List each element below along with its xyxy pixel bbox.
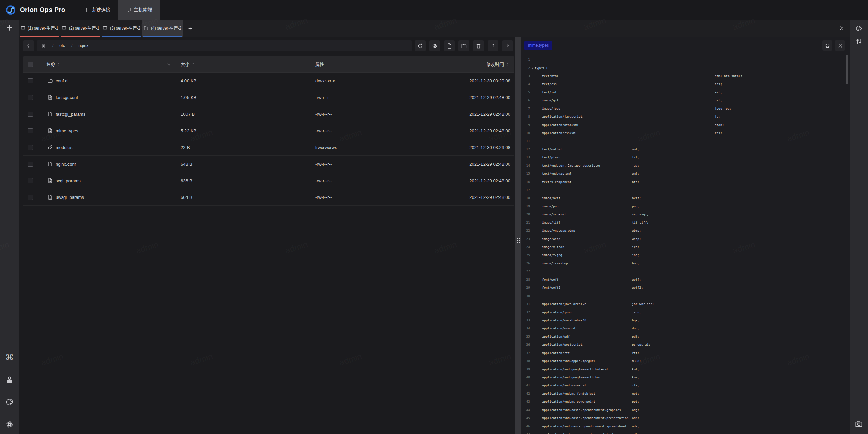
code-line: 34 application/msword doc;: [521, 324, 850, 333]
new-session-button[interactable]: [5, 24, 14, 32]
refresh-button[interactable]: [415, 40, 426, 51]
code-line: 42 application/vnd.ms-fontobject eot;: [521, 390, 850, 398]
file-row[interactable]: mime.types 5.22 KB -rw-r--r-- 2021-12-29…: [23, 122, 514, 139]
close-session-button[interactable]: [839, 20, 844, 37]
file-name[interactable]: conf.d: [56, 78, 67, 83]
code-extensions: eot;: [632, 390, 639, 398]
file-permissions: -rw-r--r--: [315, 162, 468, 167]
row-checkbox[interactable]: [28, 78, 33, 83]
fullscreen-button[interactable]: [856, 6, 863, 13]
code-line: 32 application/json json;: [521, 308, 850, 316]
code-extensions: css;: [715, 80, 722, 88]
row-checkbox[interactable]: [28, 112, 33, 117]
session-tab[interactable]: (2) server-生产-1: [60, 20, 101, 37]
file-name[interactable]: modules: [56, 145, 72, 150]
row-checkbox[interactable]: [28, 145, 33, 150]
code-line: 19 image/png png;: [521, 202, 850, 210]
toolbar-icon: [490, 43, 496, 49]
upload-button[interactable]: [488, 40, 498, 51]
code-line: 44 application/vnd.oasis.opendocument.gr…: [521, 406, 850, 414]
new-file-button[interactable]: [444, 40, 455, 51]
line-number: 34: [521, 324, 530, 333]
line-number: 31: [521, 300, 530, 308]
file-row[interactable]: conf.d 4.00 KB drwxr-xr-x 2021-12-30 03:…: [23, 73, 514, 89]
file-mtime: 2021-12-29 02:48:00: [468, 162, 514, 167]
sort-icon[interactable]: [191, 62, 195, 67]
save-button[interactable]: [822, 40, 832, 51]
select-all-checkbox[interactable]: [28, 62, 33, 67]
settings-button[interactable]: [5, 420, 14, 429]
fold-icon[interactable]: ∨: [532, 64, 533, 72]
new-folder-button[interactable]: [458, 40, 469, 51]
command-bar-button[interactable]: [855, 24, 863, 33]
file-name[interactable]: fastcgi.conf: [56, 95, 78, 100]
sort-icon[interactable]: [505, 62, 510, 67]
column-header-mtime[interactable]: 修改时间: [468, 61, 514, 68]
filter-icon[interactable]: [166, 62, 171, 67]
drive-icon[interactable]: [41, 43, 46, 49]
panel-splitter[interactable]: [515, 37, 521, 434]
line-number: 38: [521, 357, 530, 365]
code-line: 31 application/java-archive jar war ear;: [521, 300, 850, 308]
file-name[interactable]: nginx.conf: [56, 162, 76, 167]
column-header-name[interactable]: 名称: [45, 61, 181, 68]
code-text: application/vnd.google-earth.kml+xml: [535, 365, 608, 373]
row-checkbox[interactable]: [28, 128, 33, 133]
file-name[interactable]: uwsgi_params: [56, 195, 84, 200]
screenshot-button[interactable]: [855, 420, 863, 428]
editor-file-tab[interactable]: mime.types: [524, 41, 552, 50]
breadcrumb-segment-name[interactable]: etc: [59, 43, 65, 48]
delete-button[interactable]: [473, 40, 484, 51]
code-line: 41 application/vnd.ms-excel xls;: [521, 381, 850, 390]
file-size: 22 B: [181, 145, 315, 150]
plus-icon: [84, 7, 89, 13]
file-name[interactable]: mime.types: [56, 128, 78, 133]
identity-button[interactable]: [5, 376, 14, 384]
code-line: 39 application/vnd.google-earth.kml+xml …: [521, 365, 850, 373]
preview-button[interactable]: [429, 40, 440, 51]
code-text: application/vnd.oasis.opendocument.graph…: [535, 406, 621, 414]
code-extensions: png;: [632, 202, 639, 210]
download-button[interactable]: [502, 40, 513, 51]
line-number: 47: [521, 430, 530, 434]
stamp-icon: [5, 376, 14, 384]
file-row[interactable]: fastcgi_params 1007 B -rw-r--r-- 2021-12…: [23, 106, 514, 122]
session-tab[interactable]: (3) server-生产-2: [101, 20, 142, 37]
line-number: 28: [521, 276, 530, 284]
code-extensions: mml;: [632, 145, 639, 153]
code-text: image/gif: [535, 96, 558, 105]
row-checkbox[interactable]: [28, 195, 33, 200]
session-tab[interactable]: (1) server-生产-1: [19, 20, 60, 37]
file-manager-toolbar: / etc / nginx: [23, 40, 513, 51]
editor-scrollbar-thumb[interactable]: [846, 55, 848, 84]
file-name[interactable]: scgi_params: [56, 178, 81, 183]
row-checkbox[interactable]: [28, 95, 33, 100]
row-checkbox[interactable]: [28, 178, 33, 183]
line-number: 20: [521, 210, 530, 219]
file-permissions: lrwxrwxrwx: [315, 145, 468, 150]
command-snippets-button[interactable]: ⌘: [5, 353, 14, 361]
file-row[interactable]: nginx.conf 648 B -rw-r--r-- 2021-12-29 0…: [23, 156, 514, 172]
file-name[interactable]: fastcgi_params: [56, 112, 85, 117]
command-icon: ⌘: [5, 353, 14, 362]
code-line: 9 application/atom+xml atom;: [521, 121, 850, 129]
code-editor[interactable]: 1 2 ∨ types { 3 text/html html htm sh: [521, 54, 850, 434]
file-row[interactable]: modules 22 B lrwxrwxrwx 2021-12-30 03:29…: [23, 139, 514, 156]
row-checkbox[interactable]: [28, 162, 33, 167]
editor-close-button[interactable]: [835, 40, 845, 51]
line-number: 18: [521, 194, 530, 202]
column-header-size[interactable]: 大小: [181, 61, 315, 68]
back-button[interactable]: [23, 40, 34, 51]
session-tab[interactable]: (4) server-生产-2: [142, 20, 183, 37]
breadcrumb-segment-name[interactable]: nginx: [78, 43, 88, 48]
new-tab-button[interactable]: [183, 20, 197, 37]
menu-new-connection[interactable]: 新建连接: [76, 0, 118, 20]
file-row[interactable]: scgi_params 636 B -rw-r--r-- 2021-12-29 …: [23, 172, 514, 189]
transfer-list-button[interactable]: [855, 37, 863, 45]
sort-icon[interactable]: [56, 62, 61, 67]
splitter-handle-icon[interactable]: [517, 238, 520, 243]
menu-host-terminal[interactable]: 主机终端: [118, 0, 160, 20]
file-row[interactable]: uwsgi_params 664 B -rw-r--r-- 2021-12-29…: [23, 189, 514, 206]
theme-button[interactable]: [5, 398, 14, 406]
file-row[interactable]: fastcgi.conf 1.05 KB -rw-r--r-- 2021-12-…: [23, 89, 514, 106]
